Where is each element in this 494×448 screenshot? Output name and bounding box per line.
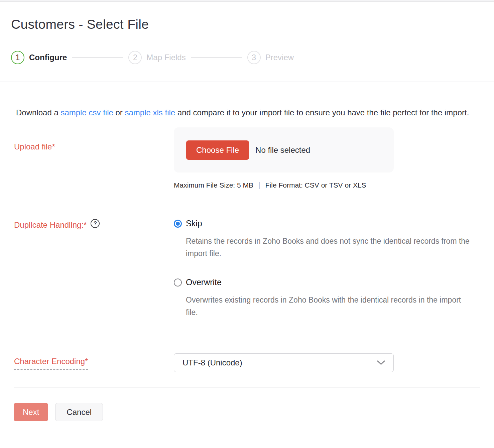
step-number-circle: 3 [247,51,261,64]
stepper-connector-line [191,57,242,58]
duplicate-handling-options: Skip Retains the records in Zoho Books a… [174,219,474,319]
max-file-size-text: Maximum File Size: 5 MB [174,181,253,189]
radio-skip-description: Retains the records in Zoho Books and do… [186,235,474,260]
wizard-stepper: 1 Configure 2 Map Fields 3 Preview [11,51,483,82]
stepper-step-map-fields: 2 Map Fields [128,51,186,64]
character-encoding-label-wrap: Character Encoding* [0,353,174,370]
radio-overwrite[interactable]: Overwrite [174,277,474,287]
character-encoding-label[interactable]: Character Encoding* [14,357,88,370]
cancel-button[interactable]: Cancel [55,403,103,421]
duplicate-handling-label: Duplicate Handling:* [14,220,87,230]
upload-file-row: Upload file* Choose File No file selecte… [0,127,494,190]
chevron-down-icon [377,360,385,365]
page-title: Customers - Select File [11,16,483,32]
intro-text: Download a [16,108,60,117]
file-requirements: Maximum File Size: 5 MB | File Format: C… [174,181,394,190]
radio-overwrite-label[interactable]: Overwrite [186,277,222,287]
help-icon[interactable]: ? [91,219,100,228]
radio-skip-label[interactable]: Skip [186,219,202,228]
duplicate-handling-row: Duplicate Handling:* ? Skip Retains the … [0,219,494,319]
character-encoding-value: UTF-8 (Unicode) [182,358,242,367]
radio-unselected-icon[interactable] [174,278,182,287]
step-label: Map Fields [146,53,186,62]
wizard-actions: Next Cancel [14,403,494,421]
sample-xls-file-link[interactable]: sample xls file [125,108,175,117]
step-number-circle: 1 [11,51,24,64]
step-label: Preview [265,53,294,62]
radio-selected-icon[interactable] [174,220,182,228]
radio-option-overwrite: Overwrite Overwrites existing records in… [174,277,474,319]
step-number-circle: 2 [128,51,142,64]
file-format-text: File Format: CSV or TSV or XLS [265,181,366,189]
radio-skip[interactable]: Skip [174,219,474,228]
character-encoding-row: Character Encoding* UTF-8 (Unicode) [0,353,494,372]
intro-text: or [113,108,125,117]
footer-divider [14,387,480,388]
choose-file-button[interactable]: Choose File [186,140,249,160]
stepper-connector-line [72,57,123,58]
stepper-step-configure: 1 Configure [11,51,67,64]
no-file-selected-text: No file selected [255,145,310,155]
sample-csv-file-link[interactable]: sample csv file [60,108,113,117]
upload-file-label: Upload file* [0,127,174,151]
character-encoding-select[interactable]: UTF-8 (Unicode) [174,353,394,372]
sample-file-instructions: Download a sample csv file or sample xls… [16,106,474,120]
file-upload-dropzone[interactable]: Choose File No file selected [174,127,394,173]
radio-option-skip: Skip Retains the records in Zoho Books a… [174,219,474,260]
stepper-step-preview: 3 Preview [247,51,294,64]
upload-file-control: Choose File No file selected Maximum Fil… [174,127,394,190]
import-wizard-header: Customers - Select File 1 Configure 2 Ma… [0,2,494,82]
duplicate-handling-label-wrap: Duplicate Handling:* ? [0,219,174,230]
radio-overwrite-description: Overwrites existing records in Zoho Book… [186,294,474,319]
separator-bar: | [258,181,260,190]
intro-text: and compare it to your import file to en… [175,108,469,117]
next-button[interactable]: Next [14,403,48,421]
step-label: Configure [29,53,67,62]
